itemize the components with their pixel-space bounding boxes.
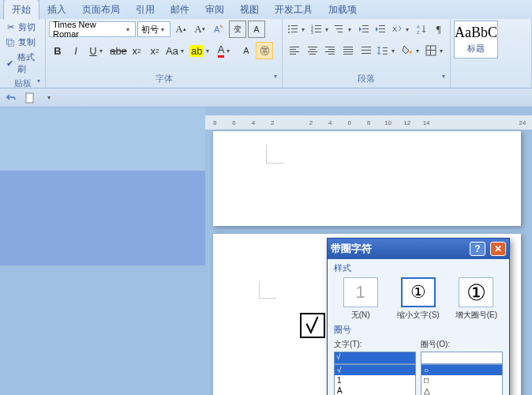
bold-button[interactable]: B — [49, 42, 66, 59]
enclose-input[interactable] — [421, 352, 503, 364]
char-shading-button[interactable]: A — [238, 42, 255, 59]
svg-point-47 — [409, 51, 412, 54]
svg-rect-14 — [336, 28, 343, 29]
style-option-1[interactable]: ①缩小文字(S) — [392, 277, 444, 321]
grow-font-button[interactable]: A▴ — [172, 21, 189, 38]
style-option-0[interactable]: 1无(N) — [334, 277, 387, 321]
tab-7[interactable]: 开发工具 — [267, 0, 320, 20]
svg-rect-33 — [325, 47, 335, 47]
enclose-listbox[interactable]: ○□△◇ — [421, 364, 503, 395]
numbering-button[interactable]: 123▾ — [309, 21, 331, 38]
svg-rect-45 — [383, 51, 388, 51]
new-doc-button[interactable] — [22, 90, 38, 106]
shading-button[interactable]: ▾ — [399, 42, 423, 59]
sort-button[interactable]: AZ — [413, 21, 429, 38]
line-spacing-button[interactable]: ▾ — [375, 42, 399, 59]
svg-text:3: 3 — [311, 30, 313, 35]
svg-rect-30 — [309, 49, 316, 50]
strike-button[interactable]: abe — [110, 42, 127, 59]
show-marks-button[interactable]: ¶ — [430, 21, 447, 38]
close-button[interactable]: ✕ — [490, 242, 506, 256]
help-button[interactable]: ? — [470, 242, 485, 256]
change-case-button[interactable]: Aa▾ — [164, 42, 188, 59]
svg-rect-37 — [343, 47, 353, 47]
underline-button[interactable]: U▾ — [85, 42, 109, 59]
copy-button[interactable]: ⿻复制 — [3, 36, 42, 49]
paragraph-label: 段落 — [286, 71, 447, 86]
tab-2[interactable]: 页面布局 — [74, 0, 128, 20]
svg-text:X: X — [392, 25, 397, 33]
align-justify-button[interactable] — [339, 42, 357, 59]
svg-rect-4 — [291, 28, 298, 29]
tab-8[interactable]: 加载项 — [320, 0, 365, 20]
svg-rect-25 — [290, 47, 299, 47]
text-label: 文字(T): — [334, 339, 416, 350]
undo-button[interactable] — [3, 90, 19, 106]
tab-0[interactable]: 开始 — [3, 0, 39, 20]
svg-rect-43 — [362, 53, 371, 54]
checkbox-symbol — [300, 313, 325, 338]
text-listbox[interactable]: √1A — [334, 364, 416, 395]
svg-text:Z: Z — [417, 30, 420, 35]
superscript-button[interactable]: x2 — [146, 42, 163, 59]
multilevel-button[interactable]: ▾ — [332, 21, 354, 38]
borders-button[interactable]: ▾ — [423, 42, 447, 59]
qat-more-button[interactable]: ▾ — [41, 90, 57, 106]
svg-rect-15 — [338, 32, 343, 32]
svg-rect-42 — [362, 50, 371, 51]
highlight-button[interactable]: ab▾ — [189, 42, 212, 59]
clipboard-group: ✂剪切 ⿻复制 ✔格式刷 贴板 — [0, 19, 46, 88]
font-color-button[interactable]: A▾ — [213, 42, 237, 59]
italic-button[interactable]: I — [67, 42, 84, 59]
tab-1[interactable]: 插入 — [39, 0, 74, 20]
clear-format-button[interactable]: A — [210, 21, 227, 38]
svg-rect-6 — [291, 32, 298, 32]
svg-point-1 — [288, 25, 290, 27]
dialog-titlebar[interactable]: 带圈字符 ? ✕ — [328, 239, 509, 259]
align-center-button[interactable] — [304, 42, 321, 59]
indent-increase-button[interactable] — [373, 21, 389, 38]
cut-button[interactable]: ✂剪切 — [3, 21, 42, 34]
tab-5[interactable]: 审阅 — [197, 0, 232, 20]
tab-3[interactable]: 引用 — [128, 0, 163, 20]
ruler: 8642246810121424 — [205, 115, 532, 130]
svg-rect-28 — [290, 54, 296, 55]
text-input[interactable]: √ — [334, 352, 416, 364]
svg-rect-27 — [290, 51, 299, 52]
svg-rect-29 — [308, 47, 317, 47]
svg-rect-50 — [430, 46, 431, 55]
style-option-2[interactable]: ①增大圈号(E) — [450, 277, 503, 321]
clipboard-label: 贴板 — [3, 76, 42, 91]
svg-rect-39 — [343, 51, 353, 52]
tab-6[interactable]: 视图 — [232, 0, 267, 20]
tab-4[interactable]: 邮件 — [163, 0, 197, 20]
bullets-button[interactable]: ▾ — [286, 21, 308, 38]
svg-rect-46 — [383, 54, 388, 55]
svg-rect-26 — [290, 49, 296, 50]
char-border-button[interactable]: A — [248, 21, 265, 38]
align-right-button[interactable] — [321, 42, 339, 59]
svg-rect-8 — [315, 25, 321, 26]
font-name-combo[interactable]: Times New Romar▾ — [49, 21, 136, 37]
indent-decrease-button[interactable] — [355, 21, 372, 38]
scissors-icon: ✂ — [5, 22, 16, 33]
svg-rect-13 — [335, 25, 343, 26]
align-left-button[interactable] — [286, 42, 303, 59]
svg-text:A: A — [417, 24, 420, 29]
subscript-button[interactable]: x2 — [128, 42, 145, 59]
style-heading[interactable]: AaBbC 标题 — [454, 21, 498, 58]
svg-rect-36 — [328, 54, 335, 55]
font-size-combo[interactable]: 初号▾ — [137, 21, 170, 37]
svg-rect-40 — [343, 54, 353, 55]
enclose-section-label: 圈号 — [328, 321, 509, 339]
svg-text:A: A — [214, 24, 220, 34]
shrink-font-button[interactable]: A▾ — [191, 21, 208, 38]
enclosed-char-button[interactable]: ㊪ — [256, 42, 273, 59]
text-direction-button[interactable]: X▾ — [390, 21, 412, 38]
phonetic-button[interactable]: 变 — [229, 21, 246, 38]
svg-rect-17 — [362, 28, 369, 29]
align-distribute-button[interactable] — [358, 42, 375, 59]
svg-rect-10 — [315, 28, 321, 29]
format-painter-button[interactable]: ✔格式刷 — [3, 51, 42, 76]
dialog-title: 带圈字符 — [331, 242, 465, 256]
